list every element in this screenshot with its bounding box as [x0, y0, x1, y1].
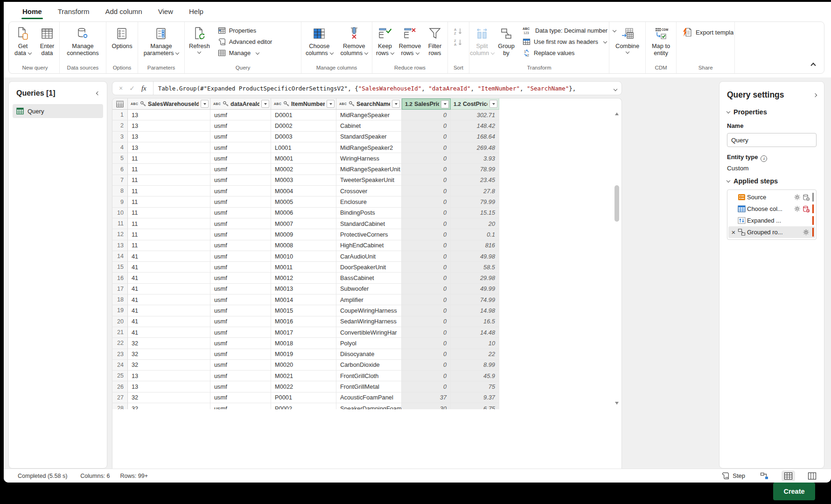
cell-dataAreaId[interactable]: usmf: [210, 273, 271, 283]
cell-SalesPrice[interactable]: 30: [402, 403, 451, 409]
schema-view-button[interactable]: [805, 470, 819, 482]
applied-step[interactable]: ×Grouped ro...: [728, 226, 815, 238]
column-filter-button[interactable]: [327, 100, 335, 108]
cell-dataAreaId[interactable]: usmf: [210, 186, 271, 196]
column-header-SalesPrice[interactable]: 1.2SalesPrice: [402, 98, 451, 110]
cell-ItemNumber[interactable]: M0016: [271, 316, 336, 327]
row-number[interactable]: 7: [112, 175, 128, 186]
cell-SalesPrice[interactable]: 0: [402, 262, 451, 273]
cell-dataAreaId[interactable]: usmf: [210, 262, 271, 273]
cell-SalesWarehouseId[interactable]: 41: [128, 284, 210, 294]
cell-SalesPrice[interactable]: 0: [402, 273, 451, 283]
cell-dataAreaId[interactable]: usmf: [210, 153, 271, 164]
row-number[interactable]: 17: [112, 284, 128, 294]
cell-SalesPrice[interactable]: 0: [402, 381, 451, 392]
cell-dataAreaId[interactable]: usmf: [210, 338, 271, 349]
cell-ItemNumber[interactable]: M0003: [271, 175, 336, 186]
column-header-SearchName[interactable]: ABCSearchName: [336, 98, 402, 110]
query-name-input[interactable]: [727, 133, 817, 147]
cell-ItemNumber[interactable]: M0019: [271, 349, 336, 360]
cell-SalesWarehouseId[interactable]: 11: [128, 229, 210, 240]
row-number[interactable]: 14: [112, 251, 128, 262]
row-number[interactable]: 28: [112, 403, 128, 409]
cell-SalesPrice[interactable]: 0: [402, 229, 451, 240]
cell-SalesWarehouseId[interactable]: 41: [128, 305, 210, 316]
cell-dataAreaId[interactable]: usmf: [210, 175, 271, 186]
cell-dataAreaId[interactable]: usmf: [210, 360, 271, 371]
info-icon[interactable]: i: [761, 155, 767, 162]
column-filter-button[interactable]: [441, 100, 449, 108]
filter-rows-button[interactable]: Filter rows: [423, 24, 447, 58]
cell-SearchName[interactable]: Enclosure: [336, 196, 402, 207]
cell-CostPrice[interactable]: 29.98: [451, 273, 499, 283]
cell-ItemNumber[interactable]: M0002: [271, 164, 336, 175]
cell-SalesWarehouseId[interactable]: 11: [128, 186, 210, 196]
cell-SalesPrice[interactable]: 0: [402, 132, 451, 142]
cell-SalesWarehouseId[interactable]: 11: [128, 175, 210, 186]
tab-help[interactable]: Help: [182, 3, 210, 20]
cell-SalesPrice[interactable]: 0: [402, 218, 451, 229]
cell-dataAreaId[interactable]: usmf: [210, 240, 271, 251]
row-number[interactable]: 20: [112, 316, 128, 327]
cell-SalesPrice[interactable]: 0: [402, 196, 451, 207]
cell-SalesPrice[interactable]: 0: [402, 284, 451, 294]
cell-dataAreaId[interactable]: usmf: [210, 142, 271, 153]
export-template-button[interactable]: Export templa: [682, 28, 733, 37]
cell-SalesPrice[interactable]: 0: [402, 294, 451, 305]
cell-CostPrice[interactable]: 14.98: [451, 305, 499, 316]
row-number[interactable]: 24: [112, 360, 128, 371]
cell-dataAreaId[interactable]: usmf: [210, 164, 271, 175]
cell-SalesWarehouseId[interactable]: 41: [128, 273, 210, 283]
cell-SalesWarehouseId[interactable]: 13: [128, 142, 210, 153]
cell-SalesPrice[interactable]: 0: [402, 327, 451, 338]
diagram-view-button[interactable]: [758, 470, 771, 482]
cell-dataAreaId[interactable]: usmf: [210, 208, 271, 218]
cell-ItemNumber[interactable]: D0001: [271, 110, 336, 120]
cell-SalesPrice[interactable]: 0: [402, 349, 451, 360]
cell-CostPrice[interactable]: 3.93: [451, 153, 499, 164]
cell-SalesWarehouseId[interactable]: 41: [128, 251, 210, 262]
cell-ItemNumber[interactable]: M0017: [271, 327, 336, 338]
cell-SalesWarehouseId[interactable]: 13: [128, 371, 210, 381]
advanced-editor-button[interactable]: Advanced editor: [218, 38, 272, 46]
row-number[interactable]: 5: [112, 153, 128, 164]
cell-ItemNumber[interactable]: M0015: [271, 305, 336, 316]
cell-ItemNumber[interactable]: M0012: [271, 273, 336, 283]
cell-SearchName[interactable]: Crossover: [336, 186, 402, 196]
cell-SearchName[interactable]: FrontGrillMetal: [336, 381, 402, 392]
tab-transform[interactable]: Transform: [51, 3, 96, 20]
options-button[interactable]: Options: [108, 24, 135, 51]
cell-ItemNumber[interactable]: L0001: [271, 142, 336, 153]
cell-dataAreaId[interactable]: usmf: [210, 371, 271, 381]
cell-CostPrice[interactable]: 168.64: [451, 132, 499, 142]
scrollbar-thumb[interactable]: [615, 185, 619, 222]
cell-SearchName[interactable]: ProtectiveCorners: [336, 229, 402, 240]
cell-SearchName[interactable]: CarAudioUnit: [336, 251, 402, 262]
column-filter-button[interactable]: [261, 100, 269, 108]
cell-CostPrice[interactable]: 302.71: [451, 110, 499, 120]
cell-SalesWarehouseId[interactable]: 13: [128, 110, 210, 120]
tab-view[interactable]: View: [152, 3, 180, 20]
cell-ItemNumber[interactable]: P0002: [271, 403, 336, 409]
cell-CostPrice[interactable]: 79.99: [451, 196, 499, 207]
cell-SalesPrice[interactable]: 0: [402, 142, 451, 153]
cell-CostPrice[interactable]: 20: [451, 218, 499, 229]
row-number[interactable]: 16: [112, 273, 128, 283]
row-number[interactable]: 6: [112, 164, 128, 175]
row-number[interactable]: 26: [112, 381, 128, 392]
cell-SearchName[interactable]: AcousticFoamPanel: [336, 392, 402, 403]
cell-SearchName[interactable]: SpeakerDampingFoam: [336, 403, 402, 409]
row-number[interactable]: 25: [112, 371, 128, 381]
cell-ItemNumber[interactable]: M0020: [271, 360, 336, 371]
create-button[interactable]: Create: [773, 483, 815, 500]
cell-SearchName[interactable]: BassCabinet: [336, 273, 402, 283]
cell-CostPrice[interactable]: 0.1: [451, 229, 499, 240]
row-number[interactable]: 13: [112, 240, 128, 251]
split-column-button[interactable]: Split column: [470, 24, 494, 58]
applied-step[interactable]: Source: [728, 191, 815, 203]
applied-step[interactable]: Expanded ...: [728, 215, 815, 226]
row-number[interactable]: 11: [112, 218, 128, 229]
keep-rows-button[interactable]: Keep rows: [373, 24, 397, 58]
gear-icon[interactable]: [802, 229, 810, 236]
cell-SalesPrice[interactable]: 0: [402, 153, 451, 164]
